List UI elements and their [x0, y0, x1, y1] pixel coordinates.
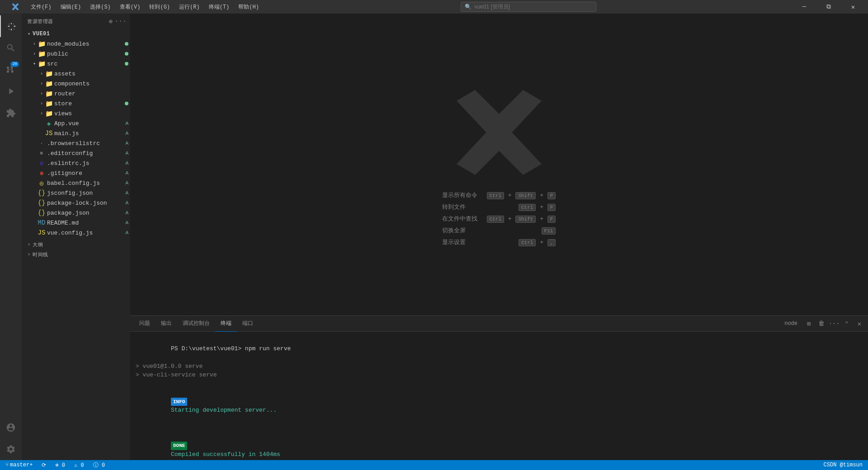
terminal-prompt-text: PS D:\vuetest\vue01> npm run serve [171, 345, 291, 352]
tab-problems[interactable]: 问题 [134, 316, 156, 332]
file-icon-package-json: {} [38, 209, 45, 216]
terminal-line-2: > vue-cli-service serve [136, 371, 863, 380]
shortcut-label-settings: 显示设置 [442, 238, 466, 246]
tab-debug-console[interactable]: 调试控制台 [177, 316, 215, 332]
menu-edit[interactable]: 编辑(E) [56, 0, 86, 14]
search-activity-icon[interactable] [0, 37, 22, 59]
shortcut-keys-settings: Ctrl + , [518, 239, 556, 246]
restore-button[interactable]: ⧉ [818, 0, 839, 14]
more-actions-icon[interactable]: ··· [117, 17, 125, 25]
tree-item-views[interactable]: › 📁 views [22, 108, 130, 118]
terminal-done-line: DONE Compiled successfully in 1404ms 21:… [136, 432, 863, 461]
info-status[interactable]: ⓘ 0 [91, 460, 107, 470]
terminal-info-text: Starting development server... [171, 407, 277, 414]
panel-actions: node ⊞ 🗑 ··· ⌃ ✕ [784, 319, 864, 329]
status-bar-left: ⑂ master+ ⟳ ⊗ 0 ⚠ 0 ⓘ 0 [4, 460, 107, 470]
tree-item-package-lock[interactable]: › {} package-lock.json A [22, 198, 130, 208]
file-icon-editorconfig: ⚙ [38, 150, 45, 157]
dot-node-modules [125, 42, 128, 46]
menu-file[interactable]: 文件(F) [26, 0, 56, 14]
tree-item-babel-config[interactable]: › ◎ babel.config.js A [22, 178, 130, 188]
tree-item-package-json[interactable]: › {} package.json A [22, 208, 130, 218]
warnings-status[interactable]: ⚠ 0 [72, 460, 86, 470]
menu-view[interactable]: 查看(V) [115, 0, 145, 14]
tree-item-vue-config[interactable]: › JS vue.config.js A [22, 228, 130, 238]
search-bar[interactable]: 🔍 [461, 2, 596, 12]
panel-close-icon[interactable]: ✕ [854, 319, 864, 329]
sync-status[interactable]: ⟳ [40, 460, 48, 470]
sync-icon: ⟳ [42, 462, 46, 469]
file-icon-app-vue: ◈ [45, 120, 52, 127]
panel-tabs: 问题 输出 调试控制台 终端 端口 node ⊞ 🗑 ··· ⌃ ✕ [130, 316, 868, 332]
folder-icon-src: 📁 [38, 60, 45, 67]
menu-select[interactable]: 选择(S) [85, 0, 115, 14]
terminal-panel: 问题 输出 调试控制台 终端 端口 node ⊞ 🗑 ··· ⌃ ✕ PS D:… [130, 315, 868, 460]
extensions-activity-icon[interactable] [0, 102, 22, 124]
terminal-timestamp: 21:52:52 [836, 459, 863, 460]
menu-goto[interactable]: 转到(G) [145, 0, 175, 14]
explorer-activity-icon[interactable] [0, 15, 22, 37]
menu-terminal[interactable]: 终端(T) [204, 0, 234, 14]
main-layout: 20 资源管理器 [0, 14, 868, 460]
badge-package-json: A [125, 210, 128, 216]
label-app-vue: App.vue [54, 120, 125, 127]
split-terminal-icon[interactable]: ⊞ [804, 319, 814, 329]
errors-status[interactable]: ⊗ 0 [53, 460, 67, 470]
tab-ports[interactable]: 端口 [237, 316, 259, 332]
csdn-status[interactable]: CSDN @timsun [822, 460, 864, 470]
activity-bar-bottom [0, 417, 22, 460]
terminal-content[interactable]: PS D:\vuetest\vue01> npm run serve > vue… [130, 332, 868, 460]
tab-terminal[interactable]: 终端 [215, 316, 237, 332]
badge-package-lock: A [125, 200, 128, 206]
tree-item-main-js[interactable]: › JS main.js A [22, 128, 130, 138]
search-input[interactable] [474, 4, 592, 10]
tree-item-browserslistrc[interactable]: › · .browserslistrc A [22, 138, 130, 148]
tree-item-components[interactable]: › 📁 components [22, 79, 130, 89]
panel-more-icon[interactable]: ··· [829, 319, 839, 329]
file-icon-babel-config: ◎ [38, 179, 45, 187]
kill-terminal-icon[interactable]: 🗑 [816, 319, 826, 329]
tree-item-readme[interactable]: › MD README.md A [22, 218, 130, 228]
tree-item-public[interactable]: › 📁 public [22, 49, 130, 59]
terminal-info-line: INFO Starting development server... [136, 388, 863, 423]
tree-item-app-vue[interactable]: › ◈ App.vue A [22, 118, 130, 128]
label-components: components [54, 80, 130, 87]
folder-icon-router: 📁 [45, 90, 52, 97]
panel-maximize-icon[interactable]: ⌃ [842, 319, 852, 329]
tree-item-src[interactable]: ▾ 📁 src [22, 59, 130, 69]
menu-run[interactable]: 运行(R) [175, 0, 204, 14]
outline-section[interactable]: › 大纲 [22, 240, 130, 249]
tree-item-jsconfig[interactable]: › {} jsconfig.json A [22, 188, 130, 198]
source-control-activity-icon[interactable]: 20 [0, 59, 22, 80]
new-file-icon[interactable]: ⊕ [107, 17, 115, 25]
dot-src [125, 62, 128, 66]
window-controls: ─ ⧉ ✕ [794, 0, 863, 14]
minimize-button[interactable]: ─ [794, 0, 815, 14]
sidebar-actions: ⊕ ··· [107, 17, 125, 25]
tab-output[interactable]: 输出 [156, 316, 177, 332]
file-icon-package-lock: {} [38, 199, 45, 207]
root-arrow: ▾ [25, 30, 33, 38]
tree-item-eslintrc[interactable]: › ⊘ .eslintrc.js A [22, 158, 130, 168]
menu-help[interactable]: 帮助(H) [234, 0, 264, 14]
tree-item-editorconfig[interactable]: › ⚙ .editorconfig A [22, 148, 130, 158]
file-icon-eslintrc: ⊘ [38, 160, 45, 167]
folder-icon-public: 📁 [38, 50, 45, 57]
tree-root-vue01[interactable]: ▾ VUE01 [22, 29, 130, 39]
git-branch-status[interactable]: ⑂ master+ [4, 460, 34, 470]
folder-icon-store: 📁 [45, 100, 52, 107]
tree-item-gitignore[interactable]: › ⊛ .gitignore A [22, 168, 130, 178]
run-activity-icon[interactable] [0, 80, 22, 102]
badge-gitignore: A [125, 170, 128, 176]
timeline-section[interactable]: › 时间线 [22, 249, 130, 259]
tree-item-store[interactable]: › 📁 store [22, 99, 130, 108]
arrow-node-modules: › [31, 40, 38, 47]
tree-item-node-modules[interactable]: › 📁 node_modules [22, 39, 130, 49]
label-main-js: main.js [54, 130, 125, 137]
close-button[interactable]: ✕ [843, 0, 863, 14]
account-icon[interactable] [0, 417, 22, 438]
git-branch-text: master+ [10, 462, 33, 468]
tree-item-assets[interactable]: › 📁 assets [22, 69, 130, 79]
tree-item-router[interactable]: › 📁 router [22, 89, 130, 99]
settings-icon[interactable] [0, 438, 22, 460]
